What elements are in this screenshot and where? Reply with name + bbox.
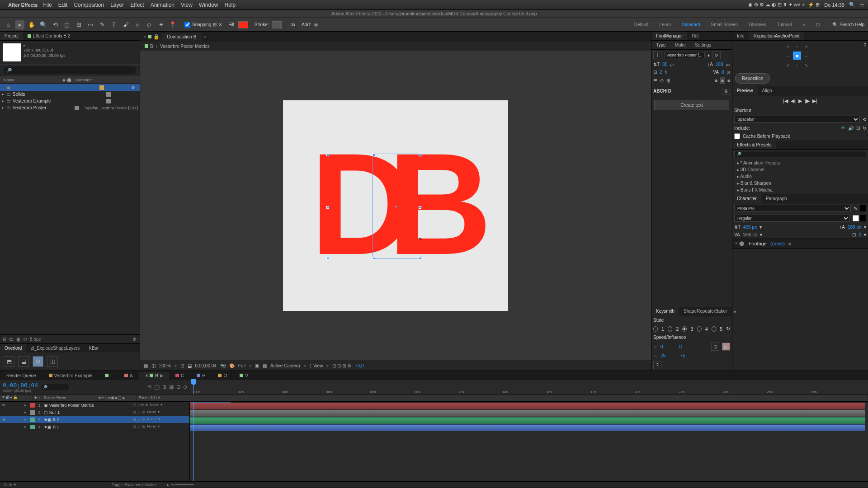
lh-value[interactable]: 180 bbox=[716, 62, 723, 67]
prev-frame-icon[interactable]: ◀| bbox=[791, 98, 796, 104]
footage-none[interactable]: (none) bbox=[769, 239, 787, 248]
edit-icon[interactable]: 🗎 bbox=[722, 87, 730, 95]
stroke-label[interactable]: Stroke: bbox=[255, 22, 269, 27]
snapping-toggle[interactable]: Snapping ⊞ ✕ bbox=[184, 22, 222, 28]
state-1[interactable] bbox=[653, 326, 658, 332]
layer-row[interactable]: ▸ 2 ▢ Null 1 ⊞ ／ ⊚ None ▾ bbox=[0, 409, 189, 416]
layer-search-input[interactable] bbox=[42, 384, 69, 390]
project-row[interactable]: ▸🗀 Vesterbro Example bbox=[0, 98, 140, 104]
tl-icon[interactable]: ⊞ bbox=[162, 384, 166, 390]
menu-layer[interactable]: Layer bbox=[110, 2, 124, 8]
snap-opt-icon[interactable]: ⊞ bbox=[213, 22, 217, 27]
layer-bar[interactable] bbox=[190, 410, 865, 417]
tab-settings[interactable]: Settings bbox=[690, 41, 716, 49]
rotate-tool[interactable]: ⟲ bbox=[51, 20, 60, 29]
anchor-ml[interactable]: ← bbox=[784, 52, 792, 60]
font-select[interactable] bbox=[664, 52, 705, 58]
help-icon[interactable]: ? bbox=[653, 361, 661, 369]
trash-icon[interactable]: 🗑 bbox=[132, 337, 137, 342]
footage-menu-icon[interactable]: ≡ bbox=[787, 239, 793, 248]
selection-tool[interactable]: ▸ bbox=[15, 20, 24, 29]
anchor-mr[interactable]: → bbox=[802, 52, 810, 60]
layer-bar[interactable] bbox=[190, 417, 865, 424]
res-icon[interactable]: ⊡ bbox=[180, 363, 184, 368]
char-stroke-swatch[interactable] bbox=[853, 215, 866, 221]
ws-libraries[interactable]: Libraries bbox=[743, 20, 771, 29]
menu-window[interactable]: Window bbox=[199, 2, 218, 8]
tab-fontmanager[interactable]: FontManager bbox=[651, 32, 687, 40]
bpc[interactable]: 8 bpc bbox=[30, 337, 41, 342]
char-fill-swatch[interactable] bbox=[860, 205, 866, 211]
fx-item[interactable]: ▸ 3D Channel bbox=[735, 166, 865, 173]
exposure-value[interactable]: +0,0 bbox=[355, 363, 364, 368]
overlord-ref-icon[interactable]: ◫ bbox=[47, 356, 58, 367]
eraser-tool[interactable]: ◇ bbox=[145, 20, 154, 29]
home-icon[interactable]: ⌂ bbox=[4, 20, 13, 29]
selection-handle[interactable] bbox=[326, 257, 329, 260]
project-thumb[interactable] bbox=[3, 43, 21, 61]
col-source[interactable]: Source Name bbox=[42, 394, 96, 401]
layer-row[interactable]: 👁▸ 3 ★▣ B 2 ⊞ ／ ⊚ 4. B 1 ▾ bbox=[0, 416, 189, 423]
project-row[interactable]: ▣ ⚙ bbox=[0, 84, 140, 91]
track-area[interactable] bbox=[190, 402, 868, 481]
track-value[interactable]: 2 bbox=[660, 70, 662, 75]
ws-standard[interactable]: Standard bbox=[676, 20, 706, 29]
tl-icon[interactable]: ⟲ bbox=[147, 384, 151, 390]
tab-paragraph[interactable]: Paragraph bbox=[761, 194, 792, 203]
anchor-tc[interactable]: ↑ bbox=[793, 42, 801, 51]
stroke-swatch[interactable] bbox=[272, 21, 282, 28]
layer-row[interactable]: 👁▸ 1 ▣ Vesterbro Poster Metrics ⊞ ／fx ⊚ … bbox=[0, 402, 189, 409]
ws-default[interactable]: Default bbox=[629, 20, 654, 29]
text-tool[interactable]: T bbox=[109, 20, 118, 29]
tl-icon[interactable]: ◯ bbox=[154, 384, 160, 390]
selection-handle[interactable] bbox=[419, 154, 421, 156]
vf-icons[interactable]: ⊡ ⊡ ⊞ ⚙ bbox=[332, 363, 351, 368]
fx-item[interactable]: ▸ Blur & Sharpen bbox=[735, 180, 865, 187]
tab-explode[interactable]: zl_ExplodeShapeLayers bbox=[26, 344, 84, 352]
tab-project[interactable]: Project bbox=[0, 32, 23, 40]
goto-start-icon[interactable]: |◀ bbox=[783, 98, 788, 104]
tab-preview[interactable]: Preview bbox=[732, 86, 758, 95]
state-5[interactable] bbox=[712, 326, 716, 332]
tab-effects-presets[interactable]: Effects & Presets bbox=[732, 141, 776, 149]
footer-icons[interactable]: ⊙ ⊕ ✦ bbox=[4, 483, 17, 487]
tab-composition[interactable]: Composition B bbox=[161, 33, 202, 41]
search-icon[interactable]: 🔍 bbox=[849, 2, 855, 8]
playhead-line[interactable] bbox=[193, 402, 194, 481]
tab-reposanchor[interactable]: RepositionAnchorPoint bbox=[749, 32, 804, 40]
fx-item[interactable]: ▸ Audio bbox=[735, 173, 865, 180]
eyedropper-icon[interactable]: ✎ bbox=[854, 206, 857, 211]
state-4[interactable] bbox=[697, 326, 702, 332]
mask-icon[interactable]: ◫ bbox=[151, 363, 156, 368]
overlord-pull-icon[interactable]: ⬓ bbox=[18, 356, 29, 367]
char-style-select[interactable]: Regular bbox=[734, 215, 850, 222]
timeline-tab[interactable]: O bbox=[212, 372, 233, 380]
tab-menu-icon[interactable]: ≡ bbox=[203, 34, 206, 39]
color-icon[interactable]: 🎨 bbox=[229, 363, 235, 368]
interpret-icon[interactable]: ⊞ bbox=[3, 337, 6, 342]
fill-swatch[interactable] bbox=[238, 21, 248, 28]
more-icon[interactable]: ⊞ bbox=[666, 78, 670, 83]
inc-loop-icon[interactable]: ↻ bbox=[863, 126, 866, 131]
anchor-mc[interactable]: ■ bbox=[793, 52, 801, 60]
inc-aud-icon[interactable]: 🔊 bbox=[848, 126, 854, 131]
refresh-icon[interactable]: ⟳ bbox=[712, 51, 721, 59]
footage-label[interactable]: Footage bbox=[747, 239, 769, 248]
camera-value[interactable]: Active Camera bbox=[270, 363, 300, 368]
channel-icon[interactable]: ⬓ bbox=[188, 363, 192, 368]
settings-icon[interactable]: ⚙ bbox=[23, 337, 27, 342]
timeline-tab[interactable]: A bbox=[118, 372, 139, 380]
project-row[interactable]: ▸🗀 Vesterbro Poster Typefac...sterbro Po… bbox=[0, 104, 140, 111]
anchor-bl[interactable]: ↙ bbox=[784, 61, 792, 69]
tab-rift[interactable]: Rift bbox=[687, 32, 703, 40]
anchor-tr[interactable]: ↗ bbox=[802, 42, 810, 51]
selection-handle[interactable] bbox=[419, 206, 421, 209]
timecode[interactable]: 0;00;00;04 bbox=[3, 382, 38, 389]
time-ruler[interactable]: :00f 02s 04s 06s 08s 10s 12s 14s 16s 18s… bbox=[190, 380, 868, 394]
tab-make[interactable]: Make bbox=[670, 41, 690, 49]
info-icon[interactable]: i bbox=[653, 51, 661, 59]
inc-vid-icon[interactable]: 👁 bbox=[841, 126, 845, 131]
menu-view[interactable]: View bbox=[181, 2, 193, 8]
hand-tool[interactable]: ✋ bbox=[27, 20, 36, 29]
col-switches[interactable]: ⊞✦＼fx▣◉◯◑ bbox=[96, 394, 137, 401]
